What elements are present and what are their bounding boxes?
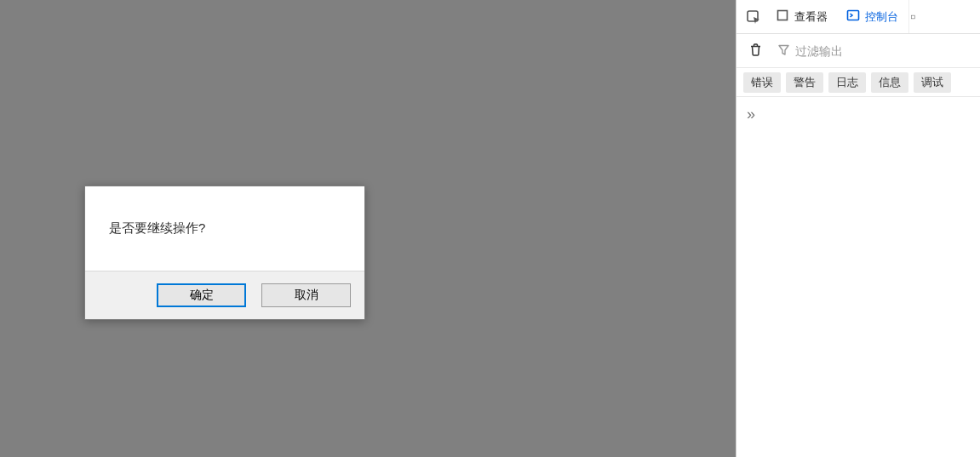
funnel-icon	[777, 43, 790, 59]
level-log-button[interactable]: 日志	[828, 72, 866, 93]
devtools-panel: 查看器 控制台	[736, 0, 980, 457]
dialog-message: 是否要继续操作?	[85, 186, 364, 271]
confirm-dialog: 是否要继续操作? 确定 取消	[84, 186, 365, 320]
svg-rect-1	[778, 11, 788, 20]
level-debug-button[interactable]: 调试	[914, 72, 951, 93]
clear-console-button[interactable]	[745, 41, 765, 61]
pick-element-icon[interactable]	[742, 5, 765, 29]
filter-wrap	[777, 43, 971, 59]
devtools-levelbar: 错误 警告 日志 信息 调试	[736, 68, 980, 97]
tab-inspector-label: 查看器	[794, 9, 828, 25]
tab-console[interactable]: 控制台	[838, 3, 907, 30]
ok-button[interactable]: 确定	[157, 283, 246, 307]
tab-overflow[interactable]	[908, 0, 915, 33]
console-prompt-icon[interactable]: »	[747, 106, 752, 123]
filter-input[interactable]	[795, 44, 971, 58]
devtools-filterbar	[736, 34, 980, 68]
cancel-button[interactable]: 取消	[261, 283, 351, 307]
console-output-area: »	[736, 97, 980, 457]
devtools-tabbar: 查看器 控制台	[736, 0, 980, 34]
inspector-icon	[776, 9, 789, 25]
trash-icon	[748, 43, 763, 60]
level-warn-button[interactable]: 警告	[786, 72, 823, 93]
level-info-button[interactable]: 信息	[871, 72, 908, 93]
console-icon	[846, 9, 860, 25]
tab-inspector[interactable]: 查看器	[767, 3, 836, 30]
tab-console-label: 控制台	[865, 9, 898, 25]
dialog-footer: 确定 取消	[85, 271, 364, 319]
level-error-button[interactable]: 错误	[743, 72, 781, 93]
page-content-area: 是否要继续操作? 确定 取消	[0, 0, 736, 457]
svg-rect-3	[912, 15, 915, 19]
